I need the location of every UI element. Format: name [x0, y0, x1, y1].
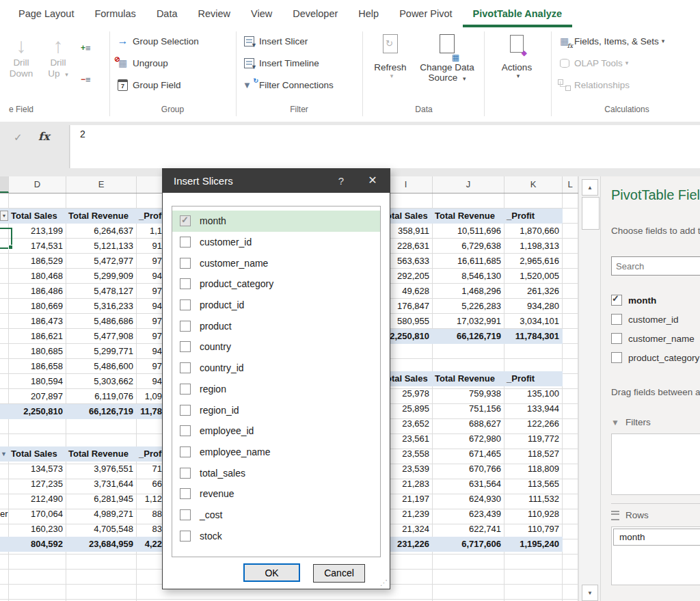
slicer-checkbox[interactable]	[180, 362, 191, 373]
slicer-field-item[interactable]: region	[172, 379, 380, 400]
cell[interactable]: 135,100	[504, 386, 563, 401]
slicer-checkbox[interactable]	[180, 384, 191, 395]
slicer-field-item[interactable]: customer_name	[172, 252, 380, 273]
cell[interactable]: 11,784,301	[504, 329, 563, 344]
dialog-title[interactable]: Insert Slicers	[163, 169, 390, 193]
cell[interactable]: 2,250,810	[9, 404, 66, 419]
cell[interactable]: 624,930	[433, 492, 504, 507]
slicer-checkbox[interactable]	[180, 405, 191, 416]
cell[interactable]: 16,611,685	[433, 254, 504, 269]
cell[interactable]: Total Revenue	[433, 209, 504, 224]
cell[interactable]: 5,478,127	[66, 284, 137, 299]
slicer-field-item[interactable]: employee_id	[172, 420, 380, 442]
cell[interactable]: 1,195,240	[504, 537, 563, 552]
cell[interactable]: 133,944	[504, 401, 563, 416]
refresh-button[interactable]: ↻ Refresh ▾	[369, 34, 412, 79]
cell[interactable]: 119,772	[504, 431, 563, 446]
cell[interactable]: 622,741	[433, 522, 504, 537]
cell[interactable]: 5,477,908	[66, 329, 137, 344]
cell[interactable]: 213,199	[9, 224, 66, 239]
cell[interactable]: 751,156	[433, 401, 504, 416]
ribbon-tab[interactable]: Help	[348, 0, 389, 27]
cell[interactable]	[0, 344, 9, 359]
cell[interactable]: 4,705,548	[66, 522, 137, 537]
cell[interactable]: Total Sales	[9, 446, 66, 462]
cell[interactable]: 5,299,771	[66, 344, 137, 359]
column-header-D[interactable]: D	[9, 176, 66, 193]
cell[interactable]: 186,529	[9, 254, 66, 269]
cancel-button[interactable]: Cancel	[313, 564, 365, 583]
cell[interactable]: 186,658	[9, 359, 66, 374]
cell[interactable]: 2,965,616	[504, 254, 563, 269]
cell[interactable]: 672,980	[433, 431, 504, 446]
resize-grip[interactable]: ⋰	[380, 578, 388, 587]
change-data-source-button[interactable]: ▦ Change Data Source ▾	[414, 34, 480, 83]
cell[interactable]: _Profit	[504, 371, 563, 386]
cell[interactable]: 804,592	[9, 537, 66, 552]
cell[interactable]: 186,473	[9, 314, 66, 329]
formula-input[interactable]: 2	[70, 125, 700, 168]
cell[interactable]: 111,532	[504, 492, 563, 507]
fill-handle[interactable]	[8, 245, 13, 250]
active-cell-selection[interactable]	[0, 228, 12, 249]
slicer-checkbox[interactable]	[180, 215, 191, 226]
insert-timeline-button[interactable]: ▼ Insert Timeline	[243, 55, 319, 71]
drill-down-button[interactable]: ↓ Drill Down	[5, 34, 37, 79]
slicer-field-item[interactable]: product	[172, 315, 380, 336]
help-icon[interactable]: ?	[331, 169, 351, 193]
field-checkbox[interactable]	[611, 352, 622, 363]
enter-check-icon[interactable]: ✓	[14, 131, 23, 144]
cell[interactable]: 6,717,606	[433, 537, 504, 552]
slicer-field-item[interactable]: country	[172, 336, 380, 358]
cell[interactable]	[0, 359, 9, 374]
cell[interactable]: 110,928	[504, 507, 563, 522]
cell[interactable]	[0, 492, 9, 507]
ribbon-tab[interactable]: Power Pivot	[389, 0, 462, 27]
slicer-checkbox[interactable]	[180, 341, 191, 352]
column-header-L[interactable]: L	[563, 176, 578, 193]
column-header-K[interactable]: K	[504, 176, 563, 193]
cell[interactable]: 180,594	[9, 374, 66, 389]
cell[interactable]: 6,281,945	[66, 492, 137, 507]
cell[interactable]: 261,326	[504, 284, 563, 299]
slicer-field-item[interactable]: total_sales	[172, 462, 380, 483]
olap-tools-button[interactable]: OLAP Tools▾	[558, 55, 628, 71]
slicer-field-item[interactable]: product_category	[172, 273, 380, 295]
cell[interactable]	[0, 537, 9, 552]
slicer-checkbox[interactable]	[180, 321, 191, 332]
slicer-checkbox[interactable]	[180, 446, 191, 457]
slicer-field-item[interactable]: country_id	[172, 358, 380, 379]
column-header-J[interactable]: J	[433, 176, 504, 193]
cell[interactable]: 6,119,076	[66, 389, 137, 404]
cell[interactable]: 118,809	[504, 462, 563, 477]
ok-button[interactable]: OK	[243, 563, 300, 582]
relationships-button[interactable]: Relationships	[558, 77, 630, 93]
cell[interactable]: 4,989,271	[66, 507, 137, 522]
cell[interactable]: 212,490	[9, 492, 66, 507]
cell[interactable]	[0, 299, 9, 314]
cell[interactable]	[0, 314, 9, 329]
ungroup-button[interactable]: ▦⊘ Ungroup	[116, 55, 168, 71]
group-selection-button[interactable]: → Group Selection	[116, 33, 199, 49]
scrollbar-thumb[interactable]	[582, 197, 600, 230]
ribbon-tab[interactable]: Data	[146, 0, 188, 27]
cell[interactable]: 5,486,600	[66, 359, 137, 374]
filtered-field-funnel-icon[interactable]: ▼	[1, 451, 7, 457]
cell[interactable]: 5,303,662	[66, 374, 137, 389]
ribbon-tab[interactable]: Formulas	[84, 0, 146, 27]
cell[interactable]: 1,198,313	[504, 239, 563, 254]
cell[interactable]: Total Revenue	[66, 209, 137, 224]
drill-up-button[interactable]: ↑ Drill Up ▾	[42, 34, 74, 80]
vertical-scrollbar[interactable]: ▲ ▼	[578, 176, 600, 601]
cell[interactable]: 66,126,719	[433, 329, 504, 344]
cell[interactable]: 174,531	[9, 239, 66, 254]
cell[interactable]: 670,766	[433, 462, 504, 477]
cell[interactable]: 10,511,696	[433, 224, 504, 239]
cell[interactable]: 5,486,686	[66, 314, 137, 329]
cell[interactable]: 122,266	[504, 416, 563, 431]
cell[interactable]: 1,520,005	[504, 269, 563, 284]
cell[interactable]: 186,621	[9, 329, 66, 344]
cell[interactable]: 186,486	[9, 284, 66, 299]
cell[interactable]: 5,299,909	[66, 269, 137, 284]
cell[interactable]: 671,465	[433, 446, 504, 462]
